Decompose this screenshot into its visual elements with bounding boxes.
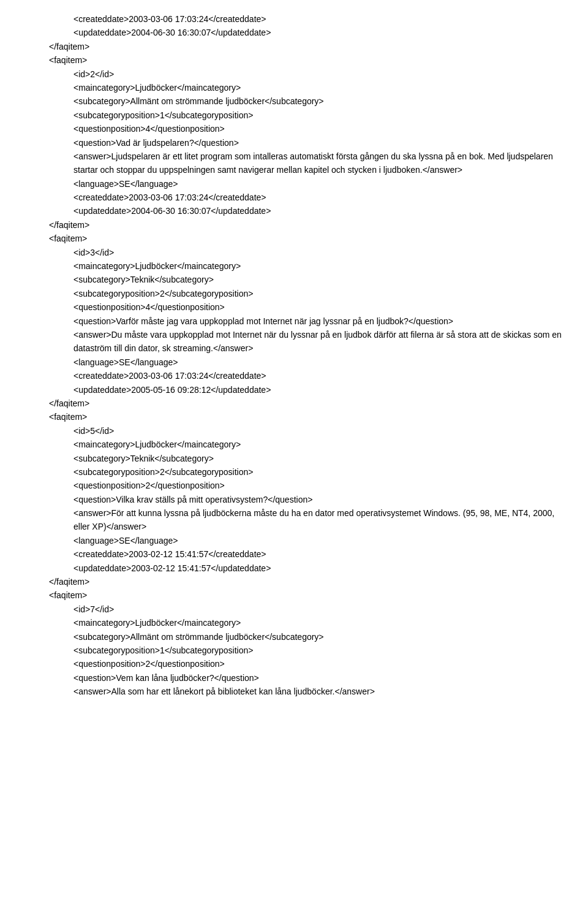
xml-line-43: <subcategoryposition>1</subcategoryposit… [24, 644, 564, 657]
xml-line-30: <subcategory>Teknik</subcategory> [24, 452, 564, 465]
xml-line-28: <id>5</id> [24, 424, 564, 438]
xml-line-11: <language>SE</language> [24, 177, 564, 191]
xml-line-5: <maincategory>Ljudböcker</maincategory> [24, 81, 564, 94]
xml-line-9: <question>Vad är ljudspelaren?</question… [24, 136, 564, 150]
xml-line-25: <updateddate>2005-05-16 09:28:12</update… [24, 383, 564, 397]
xml-line-23: <language>SE</language> [24, 356, 564, 369]
xml-line-34: <answer>För att kunna lyssna på ljudböck… [24, 506, 564, 534]
xml-line-35: <language>SE</language> [24, 534, 564, 547]
xml-line-29: <maincategory>Ljudböcker</maincategory> [24, 438, 564, 451]
xml-line-32: <questionposition>2</questionposition> [24, 479, 564, 492]
xml-line-3: <faqitem> [24, 53, 564, 67]
xml-line-46: <answer>Alla som har ett lånekort på bib… [24, 685, 564, 698]
xml-line-14: </faqitem> [24, 218, 564, 232]
xml-line-4: <id>2</id> [24, 67, 564, 81]
xml-line-36: <createddate>2003-02-12 15:41:57</create… [24, 547, 564, 561]
xml-line-8: <questionposition>4</questionposition> [24, 122, 564, 135]
xml-line-18: <subcategory>Teknik</subcategory> [24, 273, 564, 286]
xml-line-12: <createddate>2003-03-06 17:03:24</create… [24, 191, 564, 204]
xml-line-2: </faqitem> [24, 40, 564, 53]
xml-line-37: <updateddate>2003-02-12 15:41:57</update… [24, 561, 564, 575]
xml-line-0: <createddate>2003-03-06 17:03:24</create… [24, 12, 564, 26]
xml-line-10: <answer>Ljudspelaren är ett litet progra… [24, 150, 564, 177]
xml-line-24: <createddate>2003-03-06 17:03:24</create… [24, 369, 564, 382]
xml-line-41: <maincategory>Ljudböcker</maincategory> [24, 616, 564, 629]
xml-line-19: <subcategoryposition>2</subcategoryposit… [24, 287, 564, 300]
xml-line-33: <question>Vilka krav ställs på mitt oper… [24, 493, 564, 506]
xml-line-1: <updateddate>2004-06-30 16:30:07</update… [24, 26, 564, 39]
xml-line-42: <subcategory>Allmänt om strömmande ljudb… [24, 630, 564, 644]
xml-line-17: <maincategory>Ljudböcker</maincategory> [24, 259, 564, 273]
xml-line-7: <subcategoryposition>1</subcategoryposit… [24, 108, 564, 122]
xml-line-21: <question>Varför måste jag vara uppkoppl… [24, 314, 564, 328]
xml-line-27: <faqitem> [24, 410, 564, 424]
xml-line-40: <id>7</id> [24, 603, 564, 616]
xml-line-26: </faqitem> [24, 397, 564, 410]
xml-line-20: <questionposition>4</questionposition> [24, 300, 564, 314]
xml-content-area: <createddate>2003-03-06 17:03:24</create… [24, 12, 564, 699]
xml-line-6: <subcategory>Allmänt om strömmande ljudb… [24, 94, 564, 108]
xml-line-44: <questionposition>2</questionposition> [24, 657, 564, 671]
xml-line-45: <question>Vem kan låna ljudböcker?</ques… [24, 671, 564, 685]
xml-line-31: <subcategoryposition>2</subcategoryposit… [24, 465, 564, 479]
xml-line-15: <faqitem> [24, 232, 564, 245]
xml-line-16: <id>3</id> [24, 246, 564, 259]
xml-line-22: <answer>Du måste vara uppkopplad mot Int… [24, 328, 564, 356]
xml-line-38: </faqitem> [24, 575, 564, 588]
xml-line-13: <updateddate>2004-06-30 16:30:07</update… [24, 204, 564, 218]
xml-line-39: <faqitem> [24, 588, 564, 602]
